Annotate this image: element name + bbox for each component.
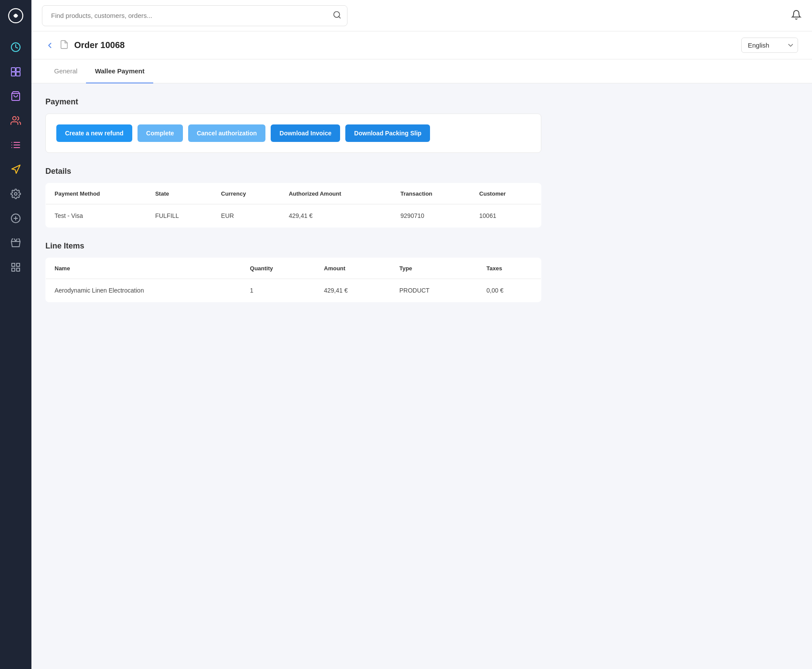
svg-rect-2 [11,68,15,72]
cell-item-amount: 429,41 € [315,279,391,302]
svg-point-7 [13,117,16,120]
sidebar-item-settings[interactable] [0,182,31,206]
sidebar-item-grid[interactable] [0,255,31,279]
search-icon [333,10,341,21]
payment-card: Create a new refund Complete Cancel auth… [45,114,541,153]
table-row: Test - Visa FULFILL EUR 429,41 € 9290710… [46,204,541,228]
sidebar-item-catalog[interactable] [0,59,31,84]
svg-rect-19 [17,263,20,266]
sidebar [0,0,31,669]
bell-icon[interactable] [791,10,802,22]
cell-item-name: Aerodynamic Linen Electrocation [46,279,241,302]
svg-rect-21 [17,268,20,271]
download-invoice-button[interactable]: Download Invoice [271,124,340,142]
download-packing-slip-button[interactable]: Download Packing Slip [345,124,430,142]
cell-currency: EUR [212,204,280,228]
details-table: Payment Method State Currency Authorized… [45,183,541,228]
payment-section-title: Payment [45,97,541,107]
col-header-quantity: Quantity [241,258,315,279]
header-actions [791,10,802,22]
sidebar-nav [0,31,31,279]
table-row: Aerodynamic Linen Electrocation 1 429,41… [46,279,541,302]
cell-state: FULFILL [146,204,212,228]
search-bar [42,5,348,26]
search-input[interactable] [42,5,348,26]
page-header-right: English French German Spanish [741,38,798,53]
sidebar-item-basket[interactable] [0,231,31,255]
cell-transaction: 9290710 [392,204,471,228]
document-icon [59,40,69,51]
tab-general[interactable]: General [45,59,86,83]
col-header-payment-method: Payment Method [46,183,147,204]
cancel-authorization-button[interactable]: Cancel authorization [188,124,266,142]
col-header-transaction: Transaction [392,183,471,204]
sidebar-item-orders[interactable] [0,84,31,108]
col-header-taxes: Taxes [478,258,541,279]
tabs-container: General Wallee Payment [31,59,812,83]
svg-rect-18 [12,263,15,266]
back-button[interactable] [45,41,54,50]
logo[interactable] [0,0,31,31]
cell-authorized-amount: 429,41 € [280,204,392,228]
svg-point-14 [14,193,17,195]
cell-item-type: PRODUCT [391,279,478,302]
col-header-state: State [146,183,212,204]
page-title: Order 10068 [74,40,125,50]
cell-item-quantity: 1 [241,279,315,302]
col-header-amount: Amount [315,258,391,279]
header [31,0,812,31]
line-items-section: Line Items Name Quantity Amount Type Tax… [45,241,541,302]
page-content: Order 10068 English French German Spanis… [31,31,812,669]
cell-payment-method: Test - Visa [46,204,147,228]
page-header-left: Order 10068 [45,40,125,51]
page-header: Order 10068 English French German Spanis… [31,31,812,59]
create-refund-button[interactable]: Create a new refund [56,124,132,142]
svg-rect-20 [12,268,15,271]
sidebar-item-reports[interactable] [0,133,31,157]
sidebar-item-add[interactable] [0,206,31,231]
svg-rect-5 [16,72,20,76]
col-header-authorized-amount: Authorized Amount [280,183,392,204]
sidebar-item-dashboard[interactable] [0,35,31,59]
sidebar-item-customers[interactable] [0,108,31,133]
cell-item-taxes: 0,00 € [478,279,541,302]
line-items-section-title: Line Items [45,241,541,251]
tab-wallee-payment[interactable]: Wallee Payment [86,59,153,83]
language-select[interactable]: English French German Spanish [741,38,798,53]
col-header-type: Type [391,258,478,279]
svg-line-23 [339,16,341,18]
cell-customer: 10061 [471,204,541,228]
line-items-table: Name Quantity Amount Type Taxes Aerodyna… [45,258,541,302]
svg-rect-3 [16,68,20,72]
sidebar-item-marketing[interactable] [0,157,31,182]
details-section-title: Details [45,167,541,176]
main-wrapper: Order 10068 English French German Spanis… [31,0,812,669]
complete-button[interactable]: Complete [138,124,183,142]
details-section: Details Payment Method State Currency Au… [45,167,541,228]
col-header-currency: Currency [212,183,280,204]
tabs: General Wallee Payment [45,59,798,83]
col-header-name: Name [46,258,241,279]
col-header-customer: Customer [471,183,541,204]
inner-content: Payment Create a new refund Complete Can… [31,83,555,330]
svg-rect-4 [11,72,15,76]
